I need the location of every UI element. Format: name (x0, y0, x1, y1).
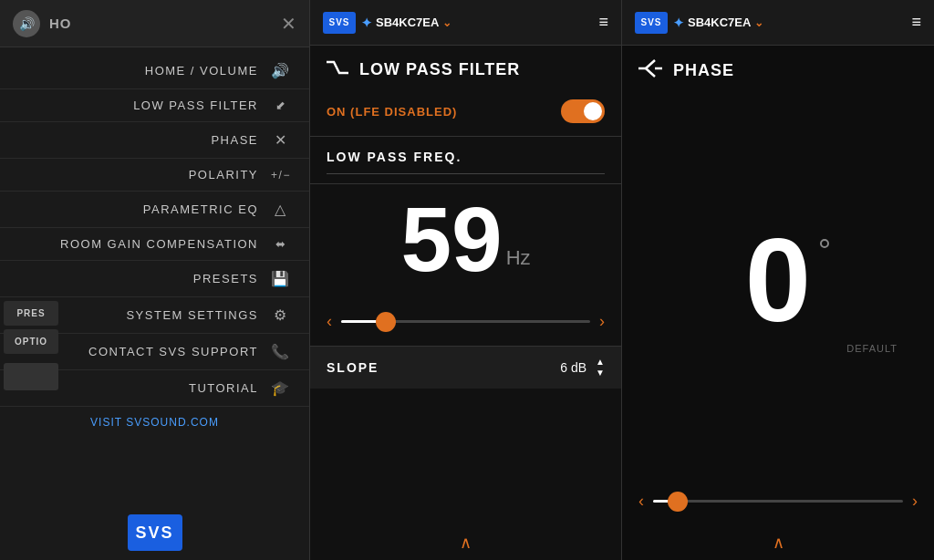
sidebar-item-room-gain[interactable]: ROOM GAIN COMPENSATION ⬌ (0, 228, 309, 261)
edge-buttons: PRES OPTIO (0, 296, 62, 396)
slope-arrows: ▲ ▼ (596, 358, 605, 378)
volume-icon: 🔊 (13, 10, 40, 37)
slope-row: SLOPE 6 dB ▲ ▼ (310, 346, 621, 389)
menu-label-presets: PRESETS (193, 272, 258, 285)
sidebar: 🔊 HO ✕ HOME / VOLUME 🔊 LOW PASS FILTER ⬋… (0, 0, 310, 560)
phase-big-value: 0 (745, 213, 811, 347)
edge-preview (4, 363, 58, 390)
lpf-section-title: LOW PASS FILTER (359, 60, 520, 79)
phase-slider-thumb[interactable] (668, 492, 688, 512)
svg-line-1 (646, 60, 655, 68)
freq-divider (327, 173, 605, 174)
visit-svsound-link[interactable]: VISIT SVSOUND.COM (0, 407, 309, 438)
phase-section-icon (638, 58, 662, 83)
header-left-group: SVS ✦ SB4KC7EA ⌄ (323, 12, 451, 34)
eq-icon: △ (271, 201, 291, 218)
middle-panel-header: SVS ✦ SB4KC7EA ⌄ ≡ (310, 0, 621, 46)
phase-slider-track[interactable] (653, 500, 903, 503)
freq-section: LOW PASS FREQ. (310, 137, 621, 184)
phase-value-container: 0 DEFAULT (622, 92, 934, 482)
filter-icon: ⬋ (271, 99, 291, 112)
menu-label-tutorial: TUTORIAL (189, 381, 258, 395)
sidebar-item-parametric-eq[interactable]: PARAMETRIC EQ △ (0, 192, 309, 228)
sidebar-item-home-volume[interactable]: HOME / VOLUME 🔊 (0, 53, 309, 89)
low-pass-filter-panel: SVS ✦ SB4KC7EA ⌄ ≡ LOW PASS FILTER ON (L… (310, 0, 622, 560)
sidebar-top: 🔊 HO ✕ (0, 0, 309, 47)
menu-label-home-volume: HOME / VOLUME (145, 64, 258, 78)
freq-slider-right-arrow[interactable]: › (599, 312, 605, 331)
right-panel-header: SVS ✦ SB4KC7EA ⌄ ≡ (622, 0, 934, 46)
lpf-toggle-switch[interactable] (561, 99, 605, 123)
phase-default-label: DEFAULT (846, 343, 916, 354)
svs-logo-container: SVS (0, 505, 309, 560)
freq-section-label: LOW PASS FREQ. (327, 150, 605, 164)
sidebar-item-presets[interactable]: PRESETS 💾 (0, 261, 309, 297)
freq-slider-track[interactable] (341, 320, 590, 323)
slope-value: 6 dB (560, 360, 586, 375)
graduation-icon: 🎓 (271, 379, 291, 397)
chevron-down-middle[interactable]: ⌄ (442, 16, 451, 29)
phase-panel: SVS ✦ SB4KC7EA ⌄ ≡ PHASE 0 (622, 0, 934, 560)
menu-label-low-pass: LOW PASS FILTER (133, 99, 258, 112)
device-name-middle: SB4KC7EA (376, 16, 439, 29)
svs-logo-small-right: SVS (635, 12, 668, 34)
menu-label-polarity: POLARITY (189, 168, 258, 181)
sidebar-item-low-pass-filter[interactable]: LOW PASS FILTER ⬋ (0, 89, 309, 122)
phase-section-title: PHASE (673, 61, 734, 80)
slope-label: SLOPE (327, 360, 379, 375)
menu-label-phase: PHASE (211, 133, 258, 147)
options-edge-button[interactable]: OPTIO (4, 329, 58, 354)
slope-up-arrow[interactable]: ▲ (596, 358, 605, 367)
phase-title-row: PHASE (622, 46, 934, 92)
header-left-group-right: SVS ✦ SB4KC7EA ⌄ (635, 12, 763, 34)
freq-unit: Hz (506, 246, 531, 270)
bluetooth-icon-right: ✦ (673, 16, 684, 30)
menu-label-contact-svs: CONTACT SVS SUPPORT (88, 345, 258, 358)
freq-slider-left-arrow[interactable]: ‹ (327, 312, 332, 331)
gear-icon: ⚙ (271, 306, 291, 324)
lpf-section-icon (327, 58, 348, 81)
phase-slider-left-arrow[interactable]: ‹ (638, 492, 644, 511)
right-bottom-indicator: ∧ (622, 525, 934, 560)
device-info-right: ✦ SB4KC7EA ⌄ (673, 16, 763, 30)
freq-big-value: 59 (400, 193, 502, 285)
lpf-toggle-row: ON (LFE DISABLED) (310, 90, 621, 137)
svs-logo: SVS (128, 514, 182, 551)
save-icon: 💾 (271, 270, 291, 287)
freq-slider-thumb[interactable] (376, 312, 396, 332)
speaker-icon: 🔊 (271, 62, 291, 79)
phase-icon: ✕ (271, 131, 291, 149)
sidebar-item-phase[interactable]: PHASE ✕ (0, 122, 309, 159)
phase-content: PHASE 0 DEFAULT ‹ › (622, 46, 934, 525)
polarity-icon: +/− (271, 169, 291, 181)
menu-label-system-settings: SYSTEM SETTINGS (126, 308, 258, 322)
svs-logo-small-middle: SVS (323, 12, 356, 34)
lpf-toggle-label: ON (LFE DISABLED) (327, 105, 457, 119)
room-gain-icon: ⬌ (271, 237, 291, 251)
phase-degree-dot (820, 239, 829, 248)
slope-down-arrow[interactable]: ▼ (596, 368, 605, 378)
sidebar-top-label: HO (49, 16, 72, 31)
presets-edge-button[interactable]: PRES (4, 301, 58, 326)
up-arrow-indicator-right: ∧ (773, 533, 784, 553)
slope-controls: 6 dB ▲ ▼ (560, 358, 605, 378)
sidebar-item-polarity[interactable]: POLARITY +/− (0, 159, 309, 192)
close-button[interactable]: ✕ (281, 13, 296, 35)
up-arrow-indicator-middle: ∧ (460, 533, 472, 553)
phase-value-wrapper: 0 (745, 221, 811, 339)
chevron-down-right[interactable]: ⌄ (754, 16, 763, 29)
device-info-middle: ✦ SB4KC7EA ⌄ (361, 16, 451, 30)
freq-slider-row: ‹ › (310, 303, 621, 346)
phase-slider-row: ‹ › (622, 482, 934, 525)
hamburger-menu-right[interactable]: ≡ (911, 13, 921, 32)
phone-icon: 📞 (271, 343, 291, 360)
device-name-right: SB4KC7EA (688, 16, 751, 29)
middle-bottom-indicator: ∧ (310, 525, 621, 560)
freq-value-row: 59 Hz (310, 184, 621, 303)
hamburger-menu-middle[interactable]: ≡ (598, 13, 608, 32)
phase-slider-right-arrow[interactable]: › (912, 492, 918, 511)
menu-label-parametric-eq: PARAMETRIC EQ (143, 202, 258, 216)
svg-line-2 (646, 68, 655, 77)
menu-label-room-gain: ROOM GAIN COMPENSATION (60, 237, 258, 251)
menu-list: HOME / VOLUME 🔊 LOW PASS FILTER ⬋ PHASE … (0, 47, 309, 505)
